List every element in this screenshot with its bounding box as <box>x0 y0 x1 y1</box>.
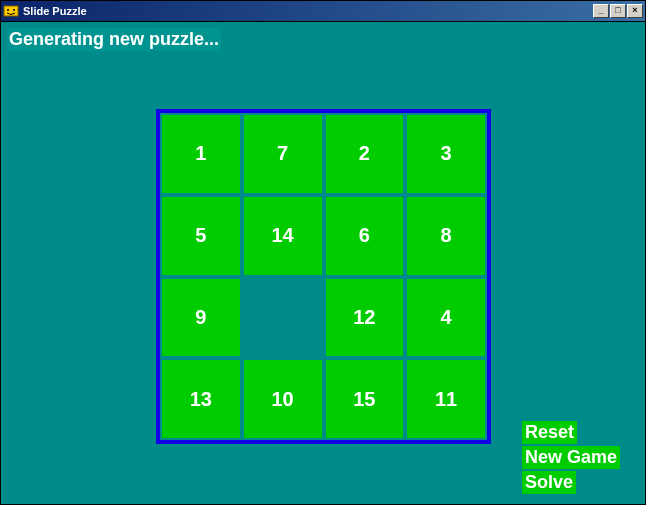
minimize-button[interactable]: _ <box>593 4 609 18</box>
puzzle-tile[interactable]: 14 <box>244 197 322 275</box>
puzzle-tile[interactable]: 1 <box>162 115 240 193</box>
new-game-button[interactable]: New Game <box>522 446 620 469</box>
puzzle-tile[interactable]: 13 <box>162 360 240 438</box>
puzzle-board-frame: 1 7 2 3 5 14 6 8 9 12 4 13 10 15 11 <box>156 109 491 444</box>
reset-button[interactable]: Reset <box>522 421 577 444</box>
window-controls: _ □ × <box>593 4 643 18</box>
app-icon <box>3 3 19 19</box>
control-panel: Reset New Game Solve <box>522 421 620 494</box>
puzzle-tile[interactable]: 2 <box>326 115 404 193</box>
game-area: Generating new puzzle... 1 7 2 3 5 14 6 … <box>1 21 645 504</box>
puzzle-tile[interactable]: 4 <box>407 279 485 357</box>
app-window: Slide Puzzle _ □ × Generating new puzzle… <box>0 0 646 505</box>
puzzle-board: 1 7 2 3 5 14 6 8 9 12 4 13 10 15 11 <box>160 113 487 440</box>
window-title: Slide Puzzle <box>23 5 593 17</box>
svg-point-1 <box>7 9 9 11</box>
puzzle-tile[interactable]: 7 <box>244 115 322 193</box>
puzzle-tile[interactable]: 6 <box>326 197 404 275</box>
maximize-button[interactable]: □ <box>610 4 626 18</box>
puzzle-tile[interactable]: 15 <box>326 360 404 438</box>
puzzle-tile[interactable]: 9 <box>162 279 240 357</box>
solve-button[interactable]: Solve <box>522 471 576 494</box>
title-bar: Slide Puzzle _ □ × <box>1 1 645 21</box>
puzzle-tile[interactable]: 8 <box>407 197 485 275</box>
puzzle-tile[interactable]: 11 <box>407 360 485 438</box>
puzzle-tile[interactable]: 3 <box>407 115 485 193</box>
status-message: Generating new puzzle... <box>7 28 221 51</box>
puzzle-tile[interactable]: 12 <box>326 279 404 357</box>
close-button[interactable]: × <box>627 4 643 18</box>
svg-point-2 <box>13 9 15 11</box>
puzzle-empty-slot <box>244 279 322 357</box>
puzzle-tile[interactable]: 5 <box>162 197 240 275</box>
puzzle-tile[interactable]: 10 <box>244 360 322 438</box>
